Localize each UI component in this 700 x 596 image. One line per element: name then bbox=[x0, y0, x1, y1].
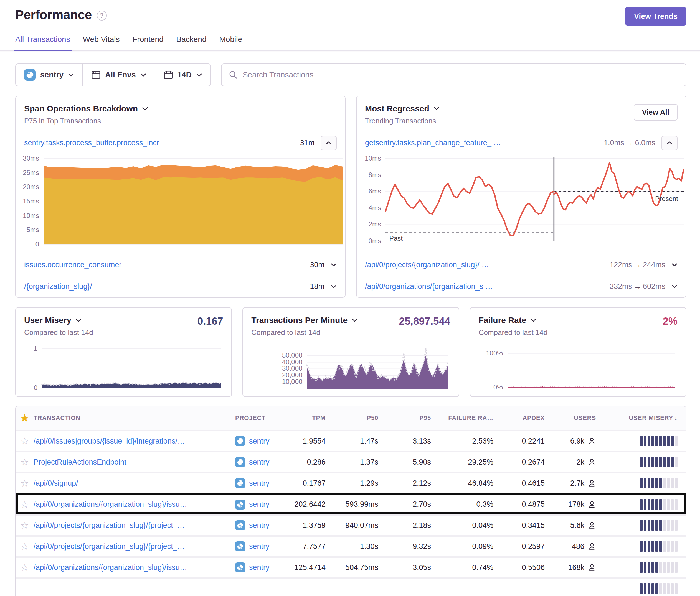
expand-button[interactable] bbox=[331, 263, 337, 267]
project-link[interactable]: sentry bbox=[249, 458, 270, 467]
collapse-button[interactable] bbox=[661, 136, 678, 150]
users-cell: 486 bbox=[549, 542, 600, 551]
star-toggle[interactable]: ☆ bbox=[16, 436, 33, 447]
column-header[interactable]: APDEX bbox=[497, 414, 549, 422]
table-row[interactable]: ☆/api/0/signup/sentry0.17671.29s2.12s46.… bbox=[16, 472, 686, 493]
apdex-cell: 0.2674 bbox=[497, 458, 549, 467]
table-row[interactable] bbox=[16, 577, 686, 596]
span-op-link[interactable]: /{organization_slug}/ bbox=[24, 282, 92, 291]
p95-cell: 2.70s bbox=[382, 500, 435, 509]
regressed-link[interactable]: /api/0/projects/{organization_slug}/ … bbox=[365, 261, 489, 269]
transaction-link[interactable]: /api/0/organizations/{organization_slug}… bbox=[33, 500, 227, 509]
table-row[interactable]: ☆/api/0/organizations/{organization_slug… bbox=[16, 556, 686, 577]
tab-backend[interactable]: Backend bbox=[176, 35, 207, 50]
user-misery-chart[interactable]: 10 bbox=[24, 345, 223, 392]
column-header[interactable]: P50 bbox=[329, 414, 382, 422]
help-icon[interactable]: ? bbox=[97, 10, 107, 21]
column-header[interactable]: P95 bbox=[382, 414, 435, 422]
transaction-link[interactable]: /api/0/organizations/{organization_slug}… bbox=[33, 563, 227, 572]
p95-cell: 2.18s bbox=[382, 521, 435, 530]
user-icon bbox=[588, 458, 596, 466]
span-op-value: 31m bbox=[300, 138, 315, 147]
tab-frontend[interactable]: Frontend bbox=[132, 35, 164, 50]
user-misery-score bbox=[600, 499, 686, 510]
column-header[interactable]: TRANSACTION bbox=[33, 414, 235, 422]
arrow-right-icon: → bbox=[624, 138, 635, 147]
star-toggle[interactable]: ☆ bbox=[16, 562, 33, 573]
table-row-selected[interactable]: ☆/api/0/organizations/{organization_slug… bbox=[16, 493, 686, 514]
column-header[interactable]: TPM bbox=[288, 414, 329, 422]
search-input[interactable] bbox=[243, 71, 679, 79]
tab-mobile[interactable]: Mobile bbox=[219, 35, 242, 50]
column-header[interactable]: USERS bbox=[549, 414, 600, 422]
project-link[interactable]: sentry bbox=[249, 500, 270, 509]
transaction-link[interactable]: /api/0/projects/{organization_slug}/{pro… bbox=[33, 521, 227, 530]
project-link[interactable]: sentry bbox=[249, 563, 270, 572]
date-range-filter[interactable]: 14D bbox=[155, 64, 210, 86]
most-regressed-title-dropdown[interactable]: Most Regressed bbox=[365, 104, 439, 113]
regressed-link[interactable]: /api/0/organizations/{organization_s … bbox=[365, 282, 493, 291]
collapse-button[interactable] bbox=[321, 136, 337, 150]
transaction-link[interactable]: /api/0/issues|groups/{issue_id}/integrat… bbox=[33, 437, 227, 445]
span-op-link[interactable]: issues.occurrence_consumer bbox=[24, 261, 122, 269]
environment-filter[interactable]: All Envs bbox=[83, 64, 154, 86]
chevron-down-icon bbox=[331, 263, 337, 267]
span-op-link[interactable]: sentry.tasks.process_buffer.process_incr bbox=[24, 138, 159, 147]
tpm-chart[interactable]: 50,00040,00030,00020,00010,000 bbox=[251, 345, 450, 392]
star-toggle[interactable]: ☆ bbox=[16, 520, 33, 531]
python-project-icon bbox=[24, 69, 36, 81]
project-filter[interactable]: sentry bbox=[16, 64, 82, 86]
column-header[interactable]: PROJECT bbox=[235, 414, 288, 422]
star-toggle[interactable]: ☆ bbox=[16, 499, 33, 510]
project-link[interactable]: sentry bbox=[249, 437, 270, 445]
star-toggle[interactable]: ☆ bbox=[16, 541, 33, 552]
user-misery-score bbox=[600, 520, 686, 530]
span-operations-card: Span Operations Breakdown P75 in Top Tra… bbox=[15, 96, 346, 298]
tab-all-transactions[interactable]: All Transactions bbox=[15, 35, 70, 50]
project-link[interactable]: sentry bbox=[249, 521, 270, 530]
failure-rate-cell: 0.09% bbox=[435, 542, 497, 551]
project-link[interactable]: sentry bbox=[249, 479, 270, 488]
star-toggle[interactable]: ☆ bbox=[16, 457, 33, 468]
users-cell: 2.7k bbox=[549, 479, 600, 488]
star-toggle[interactable]: ☆ bbox=[16, 477, 33, 489]
span-op-value: 30m bbox=[310, 261, 324, 269]
table-row[interactable]: ☆ProjectRuleActionsEndpointsentry0.2861.… bbox=[16, 451, 686, 472]
column-header[interactable]: USER MISERY ↓ bbox=[600, 414, 686, 422]
project-link[interactable]: sentry bbox=[249, 542, 270, 551]
failure-rate-cell: 0.04% bbox=[435, 521, 497, 530]
window-icon bbox=[91, 71, 101, 79]
tpm-title-dropdown[interactable]: Transactions Per Minute bbox=[251, 315, 357, 325]
chevron-down-icon bbox=[68, 73, 74, 77]
expand-button[interactable] bbox=[671, 285, 678, 288]
p95-cell: 2.12s bbox=[382, 479, 435, 488]
transaction-link[interactable]: /api/0/projects/{organization_slug}/{pro… bbox=[33, 542, 227, 551]
star-header-icon[interactable]: ★ bbox=[16, 412, 33, 424]
failure-rate-chart[interactable]: 100%0% bbox=[479, 345, 678, 392]
view-all-button[interactable]: View All bbox=[634, 104, 678, 121]
search-transactions-box[interactable] bbox=[221, 63, 686, 86]
expand-button[interactable] bbox=[331, 285, 337, 288]
tab-web-vitals[interactable]: Web Vitals bbox=[83, 35, 120, 50]
date-range-label: 14D bbox=[177, 71, 192, 79]
table-row[interactable]: ☆/api/0/projects/{organization_slug}/{pr… bbox=[16, 535, 686, 556]
user-misery-score bbox=[600, 457, 686, 467]
view-trends-button[interactable]: View Trends bbox=[625, 7, 686, 26]
chevron-down-icon bbox=[352, 318, 357, 322]
chevron-down-icon bbox=[76, 318, 81, 322]
span-ops-chart[interactable]: 30ms25ms20ms15ms10ms5ms0 bbox=[16, 154, 345, 253]
expand-button[interactable] bbox=[671, 263, 678, 267]
table-row[interactable]: ☆/api/0/issues|groups/{issue_id}/integra… bbox=[16, 430, 686, 451]
transaction-link[interactable]: ProjectRuleActionsEndpoint bbox=[33, 458, 227, 467]
apdex-cell: 0.3415 bbox=[497, 521, 549, 530]
transaction-link[interactable]: /api/0/signup/ bbox=[33, 479, 227, 488]
regression-chart[interactable]: 10ms8ms6ms4ms2ms0msPastPresent bbox=[357, 154, 686, 253]
p50-cell: 1.47s bbox=[329, 437, 382, 445]
span-ops-title-dropdown[interactable]: Span Operations Breakdown bbox=[24, 104, 148, 113]
user-misery-title-dropdown[interactable]: User Misery bbox=[24, 315, 93, 325]
tab-bar: All Transactions Web Vitals Frontend Bac… bbox=[0, 35, 700, 51]
column-header[interactable]: FAILURE RA… bbox=[435, 414, 497, 422]
failure-rate-title-dropdown[interactable]: Failure Rate bbox=[479, 315, 548, 325]
regressed-link[interactable]: getsentry.tasks.plan_change_feature_ … bbox=[365, 138, 501, 147]
table-row[interactable]: ☆/api/0/projects/{organization_slug}/{pr… bbox=[16, 514, 686, 535]
